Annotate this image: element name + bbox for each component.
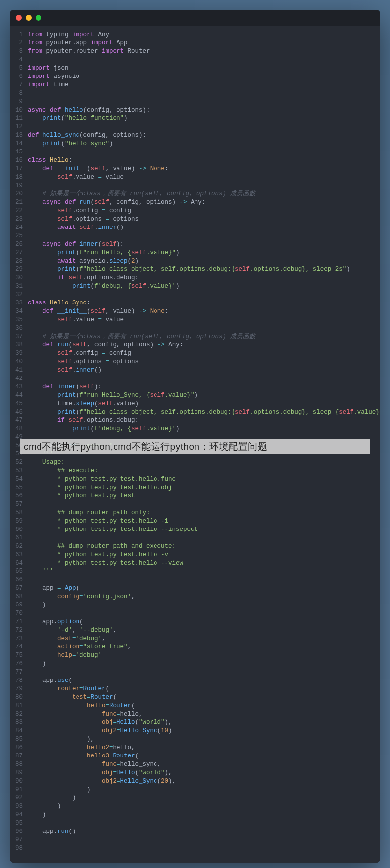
code-line[interactable]: hello2=hello,: [28, 744, 380, 752]
code-line[interactable]: print(f'debug, {self.value}'): [28, 282, 380, 291]
code-line[interactable]: ## execute:: [28, 467, 380, 475]
code-line[interactable]: import time: [28, 81, 380, 89]
code-line[interactable]: self.value = value: [28, 316, 380, 324]
code-line[interactable]: router=Router(: [28, 685, 380, 693]
code-line[interactable]: [28, 836, 380, 844]
code-line[interactable]: app = App(: [28, 584, 380, 593]
code-line[interactable]: self.options = options: [28, 215, 380, 224]
code-line[interactable]: ): [28, 811, 380, 819]
code-line[interactable]: time.sleep(self.value): [28, 400, 380, 408]
code-line[interactable]: [28, 609, 380, 618]
code-line[interactable]: print(f'debug, {self.value}'): [28, 425, 380, 433]
code-line[interactable]: async def inner(self):: [28, 240, 380, 249]
code-line[interactable]: [28, 291, 380, 299]
code-line[interactable]: ): [28, 794, 380, 802]
code-line[interactable]: [28, 89, 380, 98]
code-line[interactable]: [28, 148, 380, 156]
code-line[interactable]: Usage:: [28, 458, 380, 467]
code-line[interactable]: * python test.py test.hello.obj: [28, 484, 380, 492]
code-line[interactable]: print(f"hello class object, self.options…: [28, 408, 380, 416]
code-line[interactable]: await asyncio.sleep(2): [28, 257, 380, 265]
code-line[interactable]: ): [28, 802, 380, 811]
code-line[interactable]: test=Router(: [28, 693, 380, 702]
code-line[interactable]: [28, 98, 380, 106]
code-line[interactable]: app.use(: [28, 677, 380, 685]
code-line[interactable]: [28, 182, 380, 190]
code-line[interactable]: app.option(: [28, 618, 380, 626]
code-line[interactable]: class Hello:: [28, 156, 380, 165]
code-line[interactable]: [28, 576, 380, 584]
code-line[interactable]: [28, 500, 380, 509]
code-line[interactable]: ),: [28, 735, 380, 744]
code-line[interactable]: self.options = options: [28, 358, 380, 366]
code-line[interactable]: ## dump router path only:: [28, 509, 380, 517]
code-line[interactable]: [28, 232, 380, 240]
code-line[interactable]: if self.options.debug:: [28, 274, 380, 282]
code-line[interactable]: obj2=Hello_Sync(10): [28, 727, 380, 735]
code-line[interactable]: print("hello sync"): [28, 140, 380, 148]
code-line[interactable]: ## dump router path and execute:: [28, 542, 380, 551]
code-line[interactable]: * python test.py test.hello.func: [28, 475, 380, 484]
code-line[interactable]: * python test.py test.hello -v: [28, 551, 380, 559]
code-line[interactable]: * python test.py test.hello --view: [28, 559, 380, 567]
code-line[interactable]: [28, 668, 380, 677]
maximize-icon[interactable]: [36, 15, 41, 21]
code-line[interactable]: # 如果是一个class，需要有 run(self, config, optio…: [28, 333, 380, 341]
code-line[interactable]: print("hello function"): [28, 114, 380, 123]
code-line[interactable]: hello3=Router(: [28, 752, 380, 760]
code-line[interactable]: [28, 375, 380, 383]
code-line[interactable]: await self.inner(): [28, 224, 380, 232]
code-line[interactable]: [28, 534, 380, 542]
code-line[interactable]: async def hello(config, options):: [28, 106, 380, 114]
code-line[interactable]: if self.options.debug:: [28, 416, 380, 425]
code-line[interactable]: print(f"run Hello_Sync, {self.value}"): [28, 391, 380, 400]
code-line[interactable]: obj=Hello("world"),: [28, 718, 380, 727]
code-line[interactable]: from pyouter.app import App: [28, 39, 380, 47]
line-number: 81: [10, 702, 23, 710]
code-line[interactable]: def hello_sync(config, options):: [28, 131, 380, 140]
code-line[interactable]: print(f"run Hello, {self.value}"): [28, 249, 380, 257]
code-line[interactable]: [28, 123, 380, 131]
code-line[interactable]: def __init__(self, value) -> None:: [28, 165, 380, 173]
code-line[interactable]: ): [28, 601, 380, 609]
code-line[interactable]: def __init__(self, value) -> None:: [28, 307, 380, 316]
code-line[interactable]: * python test.py test.hello -i: [28, 517, 380, 526]
code-line[interactable]: help='debug': [28, 651, 380, 660]
code-line[interactable]: import asyncio: [28, 73, 380, 81]
code-line[interactable]: def run(self, config, options) -> Any:: [28, 341, 380, 349]
code-line[interactable]: self.inner(): [28, 366, 380, 375]
code-line[interactable]: class Hello_Sync:: [28, 299, 380, 307]
code-line[interactable]: obj=Hello("world"),: [28, 769, 380, 777]
minimize-icon[interactable]: [26, 15, 32, 21]
close-icon[interactable]: [16, 15, 22, 21]
code-line[interactable]: async def run(self, config, options) -> …: [28, 198, 380, 207]
code-line[interactable]: [28, 56, 380, 64]
code-line[interactable]: func=hello_sync,: [28, 760, 380, 769]
code-line[interactable]: ): [28, 786, 380, 794]
code-line[interactable]: [28, 844, 380, 853]
code-line[interactable]: self.value = value: [28, 173, 380, 182]
code-line[interactable]: self.config = config: [28, 207, 380, 215]
line-number: 13: [10, 131, 23, 140]
code-line[interactable]: action="store_true",: [28, 643, 380, 651]
code-line[interactable]: config='config.json',: [28, 593, 380, 601]
code-line[interactable]: hello=Router(: [28, 702, 380, 710]
code-line[interactable]: * python test.py test: [28, 492, 380, 500]
code-line[interactable]: from pyouter.router import Router: [28, 47, 380, 56]
code-line[interactable]: def inner(self):: [28, 383, 380, 391]
code-line[interactable]: app.run(): [28, 828, 380, 836]
code-line[interactable]: [28, 819, 380, 828]
code-line[interactable]: func=hello,: [28, 710, 380, 718]
code-line[interactable]: from typing import Any: [28, 31, 380, 39]
code-line[interactable]: self.config = config: [28, 349, 380, 358]
code-line[interactable]: obj2=Hello_Sync(20),: [28, 777, 380, 786]
code-line[interactable]: ): [28, 660, 380, 668]
code-line[interactable]: * python test.py test.hello --insepect: [28, 526, 380, 534]
code-line[interactable]: [28, 324, 380, 333]
code-line[interactable]: '-d', '--debug',: [28, 626, 380, 635]
code-line[interactable]: ''': [28, 567, 380, 576]
code-line[interactable]: print(f"hello class object, self.options…: [28, 265, 380, 274]
code-line[interactable]: import json: [28, 64, 380, 73]
code-line[interactable]: # 如果是一个class，需要有 run(self, config, optio…: [28, 190, 380, 198]
code-line[interactable]: dest='debug',: [28, 635, 380, 643]
